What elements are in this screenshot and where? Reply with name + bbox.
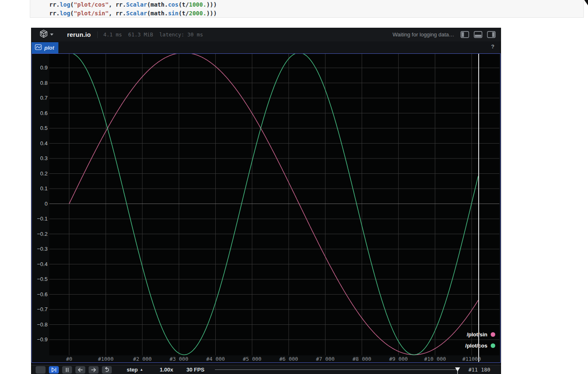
- y-tick-label: −0.7: [32, 306, 48, 313]
- x-tick-label: #2 000: [133, 356, 152, 362]
- notebook-page: rr.log("plot/cos", rr.Scalar(math.cos(t/…: [0, 0, 588, 374]
- code-line: rr.log("plot/cos", rr.Scalar(math.cos(t/…: [49, 0, 583, 9]
- code-token: "plot/cos": [74, 1, 108, 8]
- loop-button[interactable]: [102, 366, 112, 374]
- step-back-button[interactable]: [75, 366, 85, 374]
- legend-item[interactable]: /plot/sin: [465, 330, 495, 338]
- dropdown-arrow-icon: ▲: [140, 368, 143, 372]
- code-token: (: [70, 1, 74, 8]
- x-tick-label: #6 000: [280, 356, 298, 362]
- legend-color-dot: [491, 332, 495, 337]
- code-token: ))): [206, 10, 217, 17]
- y-tick-label: −0.3: [32, 246, 48, 252]
- code-token: (t/: [178, 10, 189, 17]
- code-token: (math.: [147, 1, 168, 8]
- y-tick-label: 0.1: [32, 185, 48, 192]
- logging-status-text: Waiting for logging data…: [393, 31, 454, 38]
- bottom-panel-toggle-icon[interactable]: [474, 31, 482, 38]
- x-tick-label: #9 000: [389, 356, 408, 362]
- viewer-header: rerun.io 4.1 ms 61.3 MiB latency: 30 ms …: [31, 28, 501, 41]
- panel-toggle-group: [460, 31, 496, 38]
- rerun-menu-button[interactable]: [39, 29, 53, 40]
- code-token: ,: [108, 1, 116, 8]
- time-cursor-line[interactable]: [478, 54, 479, 362]
- code-token: (math.: [147, 10, 168, 17]
- y-tick-label: −0.2: [32, 231, 48, 237]
- y-tick-label: 0.4: [32, 140, 48, 147]
- tab-plot[interactable]: plot: [31, 42, 58, 53]
- timeline-selector-dropdown[interactable]: step ▲: [127, 367, 143, 373]
- rerun-logo-icon: [39, 29, 48, 40]
- code-token: (t/: [178, 1, 189, 8]
- current-time-label: #11 180: [468, 367, 490, 373]
- code-token: 1000.: [189, 1, 206, 8]
- y-tick-label: −0.5: [32, 276, 48, 283]
- y-tick-label: 0.7: [32, 95, 48, 101]
- legend-color-dot: [491, 343, 495, 348]
- x-tick-label: #3 000: [170, 356, 188, 362]
- mouse-cursor-artifact: [584, 0, 588, 5]
- y-tick-label: 0.6: [32, 110, 48, 117]
- code-token: Scalar: [126, 1, 147, 8]
- frame-time-stat: 4.1 ms: [103, 31, 122, 38]
- playback-bar: step ▲ 1.00x 30 FPS #11 180: [31, 365, 501, 374]
- y-tick-label: 0.8: [32, 80, 48, 86]
- latency-stat: latency: 30 ms: [159, 31, 203, 38]
- legend-item[interactable]: /plot/cos: [465, 341, 495, 350]
- code-token: rr: [116, 1, 123, 8]
- rerun-viewer: rerun.io 4.1 ms 61.3 MiB latency: 30 ms …: [31, 28, 501, 374]
- code-token: log: [60, 1, 70, 8]
- code-token: ,: [108, 10, 116, 17]
- y-tick-label: −0.4: [32, 261, 48, 268]
- plot-view-panel[interactable]: 0.90.80.70.60.50.40.30.20.10−0.1−0.2−0.3…: [31, 53, 501, 363]
- x-tick-label: #4 000: [206, 356, 225, 362]
- x-tick-label: #7 000: [316, 356, 335, 362]
- y-tick-label: 0.3: [32, 155, 48, 162]
- code-token: rr: [116, 10, 123, 17]
- playback-speed[interactable]: 1.00x: [160, 367, 174, 373]
- code-token: rr: [49, 1, 56, 8]
- x-tick-label: #1000: [98, 356, 114, 362]
- code-token: sin: [168, 10, 178, 17]
- timeline-cursor-marker[interactable]: [454, 367, 461, 374]
- step-forward-button[interactable]: [89, 366, 99, 374]
- timeline-track[interactable]: [215, 369, 458, 370]
- header-divider: [97, 31, 98, 38]
- code-token: log: [60, 10, 70, 17]
- right-panel-toggle-icon[interactable]: [487, 31, 496, 38]
- code-token: ))): [206, 1, 217, 8]
- x-tick-label: #10 000: [424, 356, 446, 362]
- y-tick-label: −0.8: [32, 321, 48, 328]
- tab-plot-label: plot: [44, 45, 54, 51]
- y-tick-label: 0.5: [32, 125, 48, 132]
- code-token: cos: [168, 1, 178, 8]
- scalar-chart-icon: [35, 44, 42, 52]
- performance-stats: 4.1 ms 61.3 MiB latency: 30 ms: [103, 31, 203, 38]
- y-tick-label: −0.6: [32, 291, 48, 298]
- follow-latest-button[interactable]: [49, 366, 59, 374]
- chevron-down-icon: [50, 34, 53, 36]
- plot-canvas[interactable]: [49, 54, 499, 355]
- y-tick-label: −0.9: [32, 336, 48, 343]
- code-line: rr.log("plot/sin", rr.Scalar(math.sin(t/…: [49, 9, 583, 18]
- code-token: rr: [49, 10, 56, 17]
- legend-label: /plot/sin: [467, 331, 487, 338]
- code-token: (: [70, 10, 74, 17]
- memory-stat: 61.3 MiB: [128, 31, 153, 38]
- help-button[interactable]: ?: [491, 43, 494, 50]
- y-tick-label: 0: [32, 201, 48, 207]
- playback-fps[interactable]: 30 FPS: [186, 367, 204, 373]
- play-button[interactable]: [36, 366, 46, 374]
- x-tick-label: #5 000: [243, 356, 261, 362]
- y-tick-label: −0.1: [32, 216, 48, 222]
- timeline-name: step: [127, 367, 138, 373]
- x-tick-label: #8 000: [352, 356, 371, 362]
- x-tick-label: #0: [66, 356, 72, 362]
- plot-legend: /plot/sin/plot/cos: [465, 330, 495, 350]
- pause-button[interactable]: [62, 366, 72, 374]
- left-panel-toggle-icon[interactable]: [460, 31, 469, 38]
- code-token: Scalar: [126, 10, 147, 17]
- legend-label: /plot/cos: [465, 343, 487, 349]
- code-token: "plot/sin": [74, 10, 108, 17]
- tab-bar: plot ?: [31, 41, 501, 53]
